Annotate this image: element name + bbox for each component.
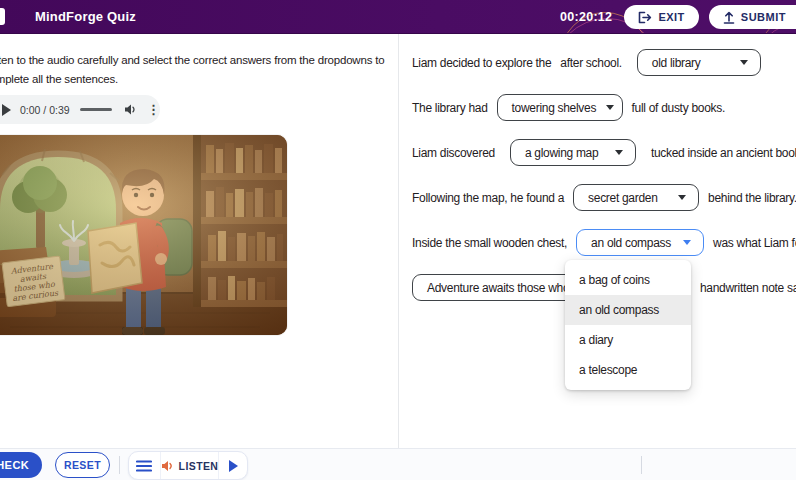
audio-player[interactable]: 0:00 / 0:39 ⋮ xyxy=(0,95,160,124)
quiz-toolbar: CHECK RESET LISTEN 9 OF 10 xyxy=(0,448,796,480)
question-row-3: Liam discovered a glowing map tucked ins… xyxy=(412,139,796,166)
dropdown-q3[interactable]: a glowing map xyxy=(510,139,636,166)
audio-time: 0:00 / 0:39 xyxy=(20,104,70,116)
submit-button[interactable]: SUBMIT xyxy=(709,5,796,29)
toolbar-divider xyxy=(641,456,642,474)
library-scene: Adventure awaits those who are curious xyxy=(0,135,287,335)
toolbar-divider xyxy=(119,456,120,474)
media-panel: Listen to the audio carefully and select… xyxy=(0,34,398,448)
listen-controls: LISTEN xyxy=(128,451,248,480)
app-logo xyxy=(0,8,5,25)
exit-button[interactable]: EXIT xyxy=(624,5,698,29)
listen-button[interactable]: LISTEN xyxy=(161,452,220,479)
check-button[interactable]: CHECK xyxy=(0,452,42,478)
question-row-5: Inside the small wooden chest, an old co… xyxy=(412,229,796,256)
chevron-down-icon xyxy=(615,150,623,155)
dropdown-q1[interactable]: old library xyxy=(637,49,761,76)
chevron-down-icon xyxy=(678,195,686,200)
audio-menu-icon[interactable]: ⋮ xyxy=(147,103,160,116)
audio-play-button[interactable] xyxy=(2,104,11,116)
question-row-2: The library had towering shelves full of… xyxy=(412,94,725,121)
chevron-down-icon xyxy=(740,60,748,65)
app-title: MindForge Quiz xyxy=(35,9,136,24)
dropdown-menu: a bag of coins an old compass a diary a … xyxy=(565,260,691,390)
app-header: MindForge Quiz 00:20:12 EXIT SUBMIT xyxy=(0,0,796,34)
question-row-1: Liam decided to explore the after school… xyxy=(412,49,761,76)
quiz-timer: 00:20:12 xyxy=(560,10,612,24)
play-icon xyxy=(229,460,238,472)
chevron-down-icon xyxy=(683,240,691,245)
instructions-text: Listen to the audio carefully and select… xyxy=(0,51,398,89)
menu-icon xyxy=(136,460,152,472)
play-audio-button[interactable] xyxy=(219,452,247,479)
questions-panel: Liam decided to explore the after school… xyxy=(398,34,796,448)
dropdown-q4[interactable]: secret garden xyxy=(573,184,699,211)
reset-button[interactable]: RESET xyxy=(55,452,110,478)
audio-progress-bar[interactable] xyxy=(80,108,112,111)
speaker-icon xyxy=(161,460,174,472)
question-row-4: Following the map, he found a secret gar… xyxy=(412,184,796,211)
story-illustration: Adventure awaits those who are curious xyxy=(0,135,287,335)
dropdown-q2[interactable]: towering shelves xyxy=(497,94,623,121)
dropdown-option[interactable]: a bag of coins xyxy=(565,265,691,295)
dropdown-option[interactable]: a telescope xyxy=(565,355,691,385)
dropdown-option-selected[interactable]: an old compass xyxy=(565,295,691,325)
transcript-button[interactable] xyxy=(129,452,161,479)
dropdown-option[interactable]: a diary xyxy=(565,325,691,355)
quiz-content: Listen to the audio carefully and select… xyxy=(0,34,796,448)
dropdown-q5-open[interactable]: an old compass a bag of coins an old com… xyxy=(576,229,704,256)
volume-icon[interactable] xyxy=(124,103,137,116)
upload-icon xyxy=(723,11,735,24)
exit-icon xyxy=(638,11,652,24)
chevron-down-icon xyxy=(606,105,614,110)
